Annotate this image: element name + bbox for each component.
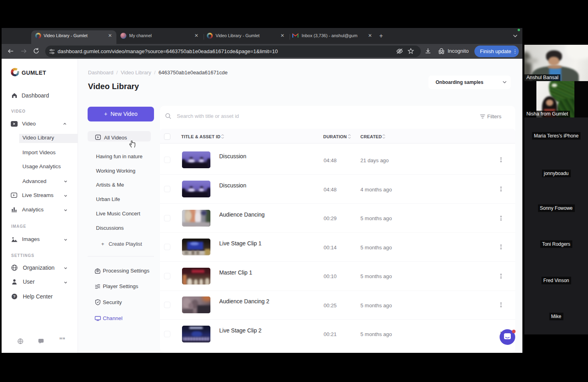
svg-text:?: ?	[13, 294, 16, 298]
